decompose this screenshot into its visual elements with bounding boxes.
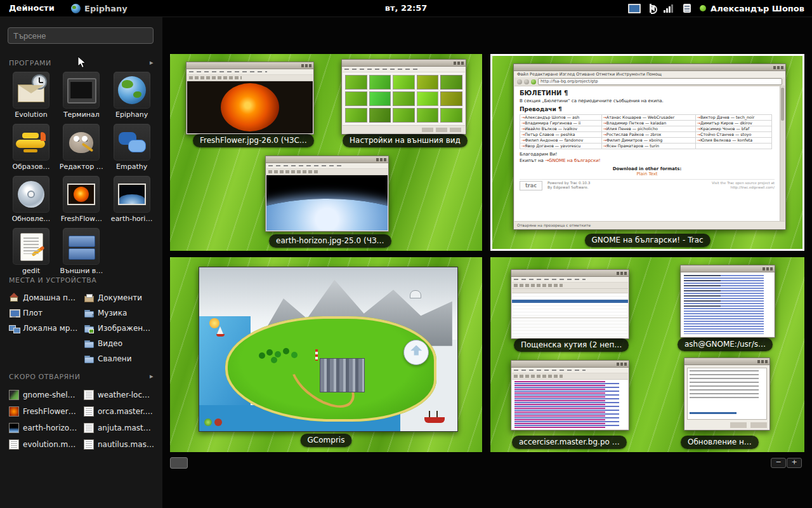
workspace-3[interactable]: GCompris: [170, 257, 482, 452]
display-icon[interactable]: [628, 4, 641, 13]
recent-item[interactable]: FreshFlower…: [9, 403, 82, 420]
trac-table-cell: →Илия Пенев — picholicho: [601, 126, 695, 132]
window-thumbnail-earth-horizon[interactable]: [265, 156, 389, 232]
activities-button[interactable]: Дейности: [0, 0, 63, 17]
window-title-label[interactable]: accerciser.master.bg.po …: [512, 436, 627, 449]
window-title-label[interactable]: earth-horizon.jpg-25.0 (ЧЗ…: [269, 234, 391, 248]
mail-preview-pane: [512, 318, 628, 338]
window-thumbnail-terminal[interactable]: [680, 265, 775, 338]
window-thumbnail-appearance[interactable]: [341, 59, 466, 135]
workspace-pager[interactable]: [170, 457, 188, 469]
window-thumbnail-trac-browser[interactable]: Файл Редактиране Изглед Отиване Отметки …: [513, 64, 786, 230]
app-item-gimp[interactable]: Редактор …: [56, 123, 106, 173]
app-item-epiphany[interactable]: Epiphany: [107, 70, 157, 121]
recent-item[interactable]: nautilus.mas…: [84, 436, 157, 453]
window-title-label[interactable]: ash@GNOME:/usr/s…: [678, 338, 773, 351]
window-thumbnail-freshflower[interactable]: [186, 62, 314, 135]
team-text: Екипът на →GNOME на български!: [520, 158, 775, 163]
update-buttons: [730, 422, 767, 428]
window-thumbnail-gcompris[interactable]: [199, 267, 458, 432]
epiphany-globe-icon: [71, 4, 81, 13]
app-label: earth-hori…: [107, 215, 157, 223]
app-item-evolution[interactable]: Evolution: [6, 70, 56, 121]
workspace-4[interactable]: Пощенска кутия (2 неп… ash@GNOME:/usr/s……: [490, 257, 804, 452]
programs-expand-arrow-icon[interactable]: ▸: [150, 58, 154, 67]
app-item-gcompris[interactable]: Образов…: [6, 123, 56, 173]
window-thumbnail-mailbox[interactable]: [511, 269, 629, 339]
place-item-downloads[interactable]: Свалени: [84, 351, 157, 366]
place-item-pictures[interactable]: Изображен…: [84, 321, 157, 336]
earth-thumbnail-icon: [9, 423, 19, 433]
url-bar: http://fsa-bg.org/project/gtp: [538, 78, 782, 85]
window-title-label[interactable]: GNOME на български! - Trac: [584, 234, 710, 247]
workspace-2-active[interactable]: Файл Редактиране Изглед Отиване Отметки …: [490, 54, 804, 251]
thanks-text: Благодарим Ви!: [520, 152, 775, 157]
place-item-music[interactable]: ♪ Музика: [84, 305, 157, 321]
app-item-earth-horizon[interactable]: earth-hori…: [107, 175, 157, 225]
window-title-label[interactable]: Настройки на външния вид: [343, 134, 468, 147]
volume-icon[interactable]: [650, 5, 655, 11]
recent-item[interactable]: orca.master.…: [84, 403, 157, 420]
app-label: gedit: [6, 267, 56, 275]
app-item-external-drives[interactable]: Външни в…: [56, 227, 106, 277]
search-input[interactable]: [8, 27, 154, 44]
trac-table-cell: →Владимир Петков — kaladan: [601, 121, 695, 126]
gimp-icon: [63, 124, 99, 160]
desktop-icon: [9, 308, 19, 318]
recent-item[interactable]: anjuta.mast…: [84, 420, 157, 436]
clipboard-icon[interactable]: [683, 4, 691, 13]
window-title-label[interactable]: Обновление н…: [681, 436, 759, 449]
recent-expand-arrow-icon[interactable]: ▸: [150, 372, 154, 380]
recent-item[interactable]: weather-loc…: [84, 387, 157, 403]
visit-text: Visit the Trac open source project at ht…: [700, 181, 775, 189]
app-item-freshflower[interactable]: FreshFlow…: [56, 175, 106, 225]
trac-table-cell: →Ростислав Райков — zbrox: [601, 132, 695, 138]
user-menu[interactable]: Александър Шопов: [700, 4, 807, 13]
browser-toolbar: http://fsa-bg.org/project/gtp: [514, 77, 785, 86]
place-item-videos[interactable]: Видео: [84, 336, 157, 351]
videos-folder-icon: [84, 338, 94, 349]
window-title-label[interactable]: Пощенска кутия (2 неп…: [514, 338, 629, 352]
recent-item[interactable]: earth-horizo…: [9, 420, 82, 436]
app-label: FreshFlow…: [56, 215, 106, 223]
app-menu[interactable]: Epiphany: [71, 0, 128, 17]
documents-icon: [84, 293, 94, 303]
applications-grid: Evolution Терминал Epiphany Образов… Ред…: [6, 70, 157, 277]
workspace-1[interactable]: FreshFlower.jpg-26.0 (ЧЗС… Настройки на …: [170, 54, 482, 251]
app-item-terminal[interactable]: Терминал: [56, 70, 106, 121]
trac-table-cell: →Димитър Киров — dkirov: [695, 121, 771, 126]
add-workspace-button[interactable]: +: [787, 458, 802, 468]
window-title-label[interactable]: GCompris: [301, 434, 352, 447]
network-signal-icon[interactable]: [664, 4, 674, 13]
trac-table-cell: →Атанас Кошарев — WebCrusader: [601, 115, 695, 121]
clock[interactable]: вт, 22:57: [385, 0, 428, 17]
downloads-folder-icon: [84, 354, 94, 364]
trac-table-cell: →Красимир Чонов — bfaf: [695, 126, 771, 132]
app-label: Външни в…: [56, 267, 106, 275]
mail-client-body: [512, 288, 628, 338]
window-thumbnail-po-editor[interactable]: [511, 360, 629, 431]
place-item-network[interactable]: Локална мр…: [9, 321, 82, 336]
recent-column-2: weather-loc… orca.master.… anjuta.mast… …: [84, 387, 157, 453]
music-folder-icon: ♪: [84, 308, 94, 318]
app-item-software-update[interactable]: Обновле…: [6, 175, 56, 225]
app-label: Терминал: [56, 110, 106, 119]
page-heading: Преводачи ¶: [520, 106, 775, 112]
place-item-documents[interactable]: Документи: [84, 290, 157, 305]
window-menubar: [187, 69, 313, 75]
recent-item[interactable]: gnome-shel…: [9, 387, 82, 403]
remove-workspace-button[interactable]: −: [771, 458, 786, 468]
window-thumbnail-update[interactable]: [684, 358, 770, 431]
gcompris-tower: [315, 349, 318, 361]
window-title-label[interactable]: FreshFlower.jpg-26.0 (ЧЗС…: [193, 134, 314, 147]
app-label: Редактор …: [56, 163, 106, 171]
image-viewer-canvas: [187, 81, 313, 133]
recent-item[interactable]: evolution.m…: [9, 436, 82, 453]
place-item-desktop[interactable]: Плот: [9, 305, 82, 321]
app-item-gedit[interactable]: gedit: [6, 227, 56, 277]
reload-icon: [531, 79, 536, 84]
place-item-home[interactable]: Домашна п…: [9, 290, 82, 305]
window-toolbar: [187, 75, 313, 81]
app-item-empathy[interactable]: Empathy: [107, 123, 157, 173]
gedit-icon: [13, 229, 49, 264]
